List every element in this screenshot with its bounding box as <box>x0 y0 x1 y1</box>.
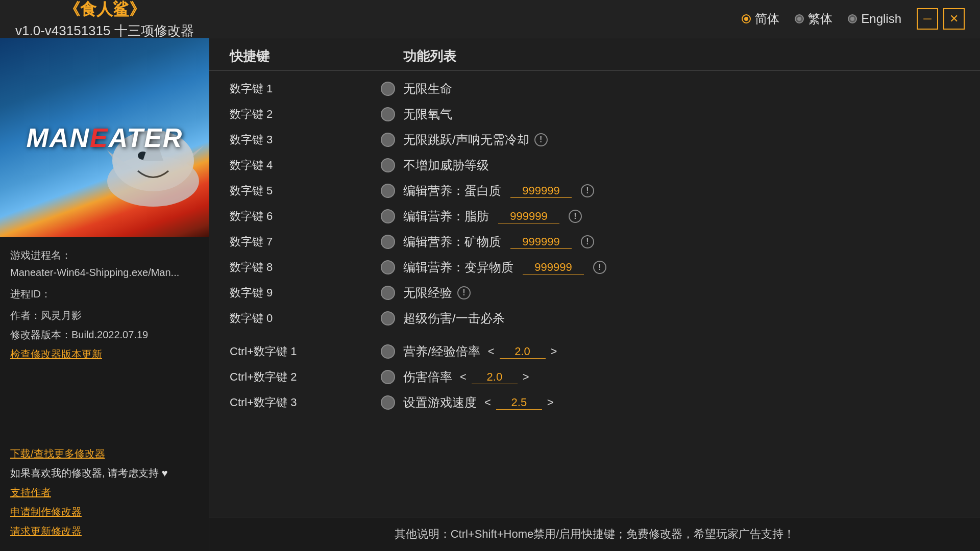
toggle-6[interactable] <box>373 235 403 249</box>
info-badge-8[interactable]: ! <box>457 286 471 299</box>
arrow-value-12[interactable] <box>496 396 542 410</box>
toggle-7[interactable] <box>373 260 403 274</box>
feature-name-6: 编辑营养：矿物质! <box>403 234 960 250</box>
feature-row-5: 数字键 6编辑营养：脂肪! <box>209 204 980 229</box>
toggle-dot-3[interactable] <box>381 158 395 172</box>
lang-english[interactable]: English <box>848 12 901 26</box>
titlebar: 《食人鲨》 v1.0-v43151315 十三项修改器 简体 繁体 Englis… <box>0 0 980 38</box>
request-trainer-link[interactable]: 申请制作修改器 <box>10 506 82 517</box>
arrow-control-11: <> <box>457 370 532 384</box>
lang-simplified[interactable]: 简体 <box>742 11 779 27</box>
toggle-4[interactable] <box>373 184 403 198</box>
hotkey-12: Ctrl+数字键 3 <box>230 395 373 410</box>
info-badge-7[interactable]: ! <box>593 261 606 274</box>
toggle-dot-9[interactable] <box>381 311 395 325</box>
feature-column-header: 功能列表 <box>403 47 960 65</box>
arrow-value-10[interactable] <box>500 345 546 359</box>
toggle-dot-11[interactable] <box>381 370 395 384</box>
feature-name-2: 无限跳跃/声呐无需冷却! <box>403 132 960 148</box>
arrow-left-12[interactable]: < <box>482 396 494 409</box>
lang-english-radio[interactable] <box>848 14 857 23</box>
toggle-dot-4[interactable] <box>381 184 395 198</box>
value-input-5[interactable] <box>498 210 559 223</box>
minimize-button[interactable]: ─ <box>917 8 938 30</box>
info-badge-2[interactable]: ! <box>534 133 548 146</box>
hotkey-4: 数字键 5 <box>230 183 373 198</box>
value-input-6[interactable] <box>510 235 572 249</box>
toggle-dot-5[interactable] <box>381 209 395 223</box>
toggle-11[interactable] <box>373 370 403 384</box>
process-value: Maneater-Win64-Shipping.exe/Man... <box>10 267 179 278</box>
info-badge-5[interactable]: ! <box>569 210 582 223</box>
toggle-dot-12[interactable] <box>381 395 395 410</box>
request-update-link[interactable]: 请求更新修改器 <box>10 525 82 537</box>
toggle-dot-2[interactable] <box>381 133 395 147</box>
value-input-4[interactable] <box>510 184 572 198</box>
hotkey-column-header: 快捷键 <box>230 47 373 65</box>
version-info: 修改器版本：Build.2022.07.19 <box>10 326 199 343</box>
feature-name-10: 营养/经验倍率<> <box>403 343 960 360</box>
toggle-10[interactable] <box>373 344 403 359</box>
close-button[interactable]: ✕ <box>943 8 965 30</box>
hotkey-8: 数字键 9 <box>230 285 373 300</box>
hotkey-1: 数字键 2 <box>230 107 373 122</box>
lang-traditional[interactable]: 繁体 <box>795 11 832 27</box>
column-headers: 快捷键 功能列表 <box>209 38 980 71</box>
arrow-right-11[interactable]: > <box>520 370 532 384</box>
value-input-7[interactable] <box>523 261 584 274</box>
check-update-link[interactable]: 检查修改器版本更新 <box>10 345 199 363</box>
download-link[interactable]: 下载/查找更多修改器 <box>10 448 105 459</box>
hotkey-0: 数字键 1 <box>230 81 373 96</box>
toggle-2[interactable] <box>373 133 403 147</box>
toggle-8[interactable] <box>373 286 403 300</box>
left-bottom: 下载/查找更多修改器 如果喜欢我的修改器, 请考虑支持 ♥ 支持作者 申请制作修… <box>0 439 209 551</box>
footer-text: 其他说明：Ctrl+Shift+Home禁用/启用快捷键；免费修改器，希望玩家广… <box>395 527 795 542</box>
toggle-1[interactable] <box>373 107 403 121</box>
info-badge-4[interactable]: ! <box>581 184 594 197</box>
lang-traditional-radio[interactable] <box>795 14 804 23</box>
lang-simplified-radio[interactable] <box>742 14 751 23</box>
arrow-left-11[interactable]: < <box>457 370 469 384</box>
feature-name-8: 无限经验! <box>403 285 960 301</box>
feature-row-1: 数字键 2无限氧气 <box>209 102 980 127</box>
toggle-5[interactable] <box>373 209 403 223</box>
support-author-link[interactable]: 支持作者 <box>10 487 51 498</box>
toggle-3[interactable] <box>373 158 403 172</box>
toggle-dot-6[interactable] <box>381 235 395 249</box>
process-label: 游戏进程名： <box>10 249 71 261</box>
arrow-control-12: <> <box>482 396 556 410</box>
game-image: MANEATER <box>0 38 209 237</box>
hotkey-10: Ctrl+数字键 1 <box>230 344 373 359</box>
game-title: 《食人鲨》 <box>64 0 145 21</box>
trainer-version: 修改器版本：Build.2022.07.19 <box>10 329 148 340</box>
arrow-right-10[interactable]: > <box>548 345 560 358</box>
arrow-left-10[interactable]: < <box>485 345 497 358</box>
right-panel: 快捷键 功能列表 数字键 1无限生命数字键 2无限氧气数字键 3无限跳跃/声呐无… <box>209 38 980 551</box>
feature-row-11: Ctrl+数字键 2伤害倍率<> <box>209 364 980 390</box>
toggle-dot-8[interactable] <box>381 286 395 300</box>
hotkey-7: 数字键 8 <box>230 260 373 275</box>
feature-row-7: 数字键 8编辑营养：变异物质! <box>209 255 980 280</box>
feature-row-6: 数字键 7编辑营养：矿物质! <box>209 229 980 255</box>
game-logo: MANEATER <box>27 122 183 153</box>
arrow-right-12[interactable]: > <box>545 396 556 409</box>
support-text: 如果喜欢我的修改器, 请考虑支持 ♥ <box>10 467 168 479</box>
toggle-0[interactable] <box>373 82 403 96</box>
footer: 其他说明：Ctrl+Shift+Home禁用/启用快捷键；免费修改器，希望玩家广… <box>209 517 980 551</box>
toggle-12[interactable] <box>373 395 403 410</box>
features-list: 数字键 1无限生命数字键 2无限氧气数字键 3无限跳跃/声呐无需冷却!数字键 4… <box>209 71 980 517</box>
language-controls: 简体 繁体 English ─ ✕ <box>742 8 965 30</box>
toggle-dot-7[interactable] <box>381 260 395 274</box>
lang-english-label: English <box>861 12 901 26</box>
toggle-dot-0[interactable] <box>381 82 395 96</box>
arrow-control-10: <> <box>485 345 560 359</box>
toggle-9[interactable] <box>373 311 403 325</box>
toggle-dot-10[interactable] <box>381 344 395 359</box>
feature-name-4: 编辑营养：蛋白质! <box>403 183 960 199</box>
toggle-dot-1[interactable] <box>381 107 395 121</box>
feature-row-0: 数字键 1无限生命 <box>209 76 980 102</box>
info-badge-6[interactable]: ! <box>581 235 594 248</box>
arrow-value-11[interactable] <box>472 370 518 384</box>
left-info: 游戏进程名： Maneater-Win64-Shipping.exe/Man..… <box>0 237 209 439</box>
feature-name-9: 超级伤害/一击必杀 <box>403 310 960 327</box>
